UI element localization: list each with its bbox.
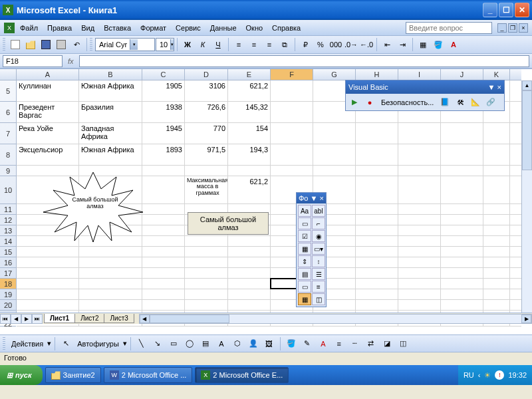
column-header-G[interactable]: G (313, 69, 356, 80)
cell-C13[interactable] (142, 225, 185, 235)
decrease-indent-button[interactable]: ⇤ (380, 37, 394, 52)
cell-B12[interactable] (79, 215, 142, 225)
horizontal-scrollbar[interactable]: ◀ ▶ (139, 314, 532, 324)
bold-button[interactable]: Ж (180, 37, 195, 52)
cell-B20[interactable] (79, 300, 142, 310)
row-header-15[interactable]: 15 (0, 247, 16, 257)
row-header-11[interactable]: 11 (0, 204, 16, 215)
cell-C20[interactable] (142, 300, 185, 310)
cell-K15[interactable] (483, 247, 510, 257)
shadow-icon[interactable]: ◪ (380, 336, 394, 351)
script-editor-icon[interactable]: 🔗 (484, 96, 497, 109)
cell-I20[interactable] (398, 300, 441, 310)
cell-J10[interactable] (441, 176, 483, 203)
cell-D9[interactable] (185, 166, 228, 176)
font-color-button[interactable]: A (446, 37, 461, 52)
diamond-button[interactable]: Самый большой алмаз (188, 212, 269, 235)
select-objects-icon[interactable]: ↖ (59, 336, 73, 351)
cell-E8[interactable]: 194,3 (228, 144, 271, 165)
align-right-button[interactable]: ≡ (262, 37, 277, 52)
borders-button[interactable]: ▦ (416, 37, 430, 52)
cell-E7[interactable]: 154 (228, 123, 271, 144)
cell-B15[interactable] (79, 247, 142, 257)
diagram-icon[interactable]: ⬡ (230, 336, 245, 351)
scroll-left-button[interactable]: ◀ (140, 315, 150, 323)
cell-F8[interactable] (271, 144, 313, 165)
row-header-16[interactable]: 16 (0, 257, 16, 268)
cell-D20[interactable] (185, 300, 228, 310)
toolbox-item-3[interactable]: ⌐ (312, 217, 325, 229)
cell-C14[interactable] (142, 236, 185, 246)
cell-B18[interactable] (79, 279, 142, 289)
cell-K18[interactable] (483, 279, 510, 289)
cell-K16[interactable] (483, 257, 510, 267)
cell-H10[interactable] (356, 176, 398, 203)
picture-icon[interactable]: 🖼 (262, 336, 277, 351)
cell-A14[interactable] (17, 236, 79, 246)
cell-B6[interactable]: Бразилия (79, 102, 142, 122)
cell-D17[interactable] (185, 268, 228, 278)
cell-K9[interactable] (483, 166, 510, 176)
cell-J19[interactable] (441, 289, 483, 299)
cell-H14[interactable] (356, 236, 398, 246)
tray-icon[interactable]: ☀ (484, 371, 491, 380)
record-macro-icon[interactable]: ● (363, 96, 376, 109)
cell-B9[interactable] (79, 166, 142, 176)
cell-C19[interactable] (142, 289, 185, 299)
vb-toolbar-close[interactable]: × (497, 83, 501, 91)
cell-I8[interactable] (398, 144, 441, 165)
cell-H8[interactable] (356, 144, 398, 165)
cell-A7[interactable]: Река Уойе (17, 123, 79, 144)
cell-H17[interactable] (356, 268, 398, 278)
cell-D14[interactable] (185, 236, 228, 246)
cell-D7[interactable]: 770 (185, 123, 228, 144)
help-search-input[interactable] (406, 22, 492, 34)
tray-icon[interactable]: ‹ (478, 371, 481, 379)
toolbox-item-11[interactable]: ☰ (312, 268, 325, 280)
increase-decimal-button[interactable]: .0→ (344, 37, 358, 52)
vertical-scrollbar[interactable]: ▲ ▼ (521, 80, 532, 324)
design-mode-icon[interactable]: 📐 (469, 96, 482, 109)
cell-A20[interactable] (17, 300, 79, 310)
cell-A8[interactable]: Эксцельсиор (17, 144, 79, 165)
oval-icon[interactable]: ◯ (182, 336, 197, 351)
cell-E20[interactable] (228, 300, 271, 310)
tab-nav-prev[interactable]: ◀ (11, 314, 21, 324)
cell-A9[interactable] (17, 166, 79, 176)
italic-button[interactable]: К (196, 37, 210, 52)
cell-F7[interactable] (271, 123, 313, 144)
cell-E17[interactable] (228, 268, 271, 278)
cell-D10[interactable]: Максимальная масса в граммах (185, 176, 228, 203)
cell-J18[interactable] (441, 279, 483, 289)
cell-I11[interactable] (398, 204, 441, 214)
taskbar-item-excel[interactable]: X 2 Microsoft Office E... (195, 367, 289, 383)
taskbar-item-word[interactable]: W 2 Microsoft Office ... (104, 367, 193, 383)
cell-F9[interactable] (271, 166, 313, 176)
menu-help[interactable]: Справка (268, 23, 305, 33)
cell-B5[interactable]: Южная Африка (79, 80, 142, 101)
increase-indent-button[interactable]: ⇥ (395, 37, 410, 52)
scroll-thumb[interactable] (522, 90, 532, 170)
merge-center-button[interactable]: ⧉ (277, 37, 292, 52)
cell-J9[interactable] (441, 166, 483, 176)
visual-basic-toolbar[interactable]: Visual Basic ▼ × ▶ ● Безопасность... 📘 🛠… (345, 80, 505, 111)
tab-nav-first[interactable]: ⏮ (0, 314, 11, 324)
cell-A19[interactable] (17, 289, 79, 299)
cell-B8[interactable]: Южная Африка (79, 144, 142, 165)
toolbox-item-12[interactable]: ▭ (298, 281, 311, 293)
cell-G9[interactable] (313, 166, 356, 176)
cell-I10[interactable] (398, 176, 441, 203)
line-style-icon[interactable]: ≡ (332, 336, 346, 351)
tray-icon[interactable]: ! (495, 370, 504, 380)
cell-C11[interactable] (142, 204, 185, 214)
cell-J17[interactable] (441, 268, 483, 278)
cell-G8[interactable] (313, 144, 356, 165)
cell-I16[interactable] (398, 257, 441, 267)
forms-toolbox[interactable]: Фо ▼ × Aaabl▭⌐☑◉▦▭▾⇕↕▤☰▭≡▦◫ (296, 192, 327, 307)
menu-tools[interactable]: Сервис (172, 23, 205, 33)
save-button[interactable] (39, 37, 53, 52)
cell-J20[interactable] (441, 300, 483, 310)
cell-D16[interactable] (185, 257, 228, 267)
print-button[interactable] (54, 37, 68, 52)
minimize-button[interactable]: _ (483, 3, 497, 17)
